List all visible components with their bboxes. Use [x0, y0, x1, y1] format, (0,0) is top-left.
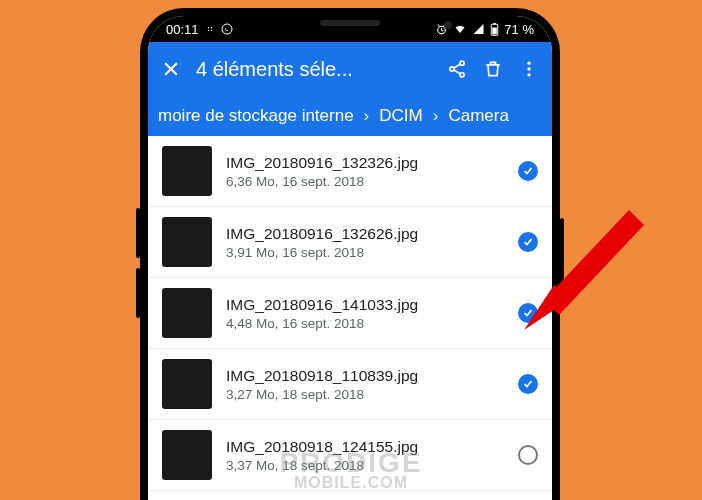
file-meta: 4,48 Mo, 16 sept. 2018 — [226, 316, 504, 331]
checkmark-icon[interactable] — [518, 161, 538, 181]
wifi-icon — [453, 23, 467, 35]
file-meta: 3,91 Mo, 16 sept. 2018 — [226, 245, 504, 260]
file-thumbnail — [162, 288, 212, 338]
file-name: IMG_20180918_124155.jpg — [226, 438, 504, 456]
svg-rect-4 — [493, 27, 498, 34]
file-info: IMG_20180916_141033.jpg4,48 Mo, 16 sept.… — [226, 296, 504, 331]
file-name: IMG_20180916_132626.jpg — [226, 225, 504, 243]
phone-frame: 00:11 — [140, 8, 560, 500]
file-meta: 3,27 Mo, 18 sept. 2018 — [226, 387, 504, 402]
svg-point-9 — [527, 67, 530, 70]
file-thumbnail — [162, 217, 212, 267]
checkmark-icon[interactable] — [518, 303, 538, 323]
file-name: IMG_20180918_110839.jpg — [226, 367, 504, 385]
screen: 00:11 — [148, 16, 552, 500]
file-info: IMG_20180918_110839.jpg3,27 Mo, 18 sept.… — [226, 367, 504, 402]
breadcrumb-segment[interactable]: Camera — [448, 106, 508, 126]
status-bar: 00:11 — [148, 16, 552, 42]
file-row[interactable]: IMG_20180916_132326.jpg6,36 Mo, 16 sept.… — [148, 136, 552, 207]
share-icon[interactable] — [446, 58, 468, 80]
file-list[interactable]: IMG_20180916_132326.jpg6,36 Mo, 16 sept.… — [148, 136, 552, 500]
close-icon[interactable] — [160, 58, 182, 80]
file-info: IMG_20180916_132626.jpg3,91 Mo, 16 sept.… — [226, 225, 504, 260]
selection-title: 4 éléments séle... — [196, 58, 432, 81]
file-name: IMG_20180916_141033.jpg — [226, 296, 504, 314]
file-meta: 6,36 Mo, 16 sept. 2018 — [226, 174, 504, 189]
file-thumbnail — [162, 146, 212, 196]
file-info: IMG_20180916_132326.jpg6,36 Mo, 16 sept.… — [226, 154, 504, 189]
status-battery-pct: 71 % — [504, 22, 534, 37]
file-info: IMG_20180918_124155.jpg3,37 Mo, 18 sept.… — [226, 438, 504, 473]
file-row[interactable]: IMG_20180916_141033.jpg4,48 Mo, 16 sept.… — [148, 278, 552, 349]
delete-icon[interactable] — [482, 58, 504, 80]
file-row[interactable]: IMG_20180916_132626.jpg3,91 Mo, 16 sept.… — [148, 207, 552, 278]
signal-icon — [472, 23, 485, 35]
file-name: IMG_20180916_132326.jpg — [226, 154, 504, 172]
file-row[interactable]: IMG_20180918_110839.jpg3,27 Mo, 18 sept.… — [148, 349, 552, 420]
whatsapp-icon — [221, 23, 233, 35]
chevron-right-icon: › — [364, 106, 370, 126]
breadcrumb[interactable]: moire de stockage interne › DCIM › Camer… — [148, 96, 552, 136]
svg-rect-3 — [494, 23, 497, 24]
svg-point-8 — [527, 62, 530, 65]
battery-icon — [490, 23, 499, 36]
checkmark-icon[interactable] — [518, 232, 538, 252]
network-icon — [205, 24, 215, 34]
breadcrumb-segment[interactable]: DCIM — [379, 106, 422, 126]
breadcrumb-segment[interactable]: moire de stockage interne — [158, 106, 354, 126]
more-icon[interactable] — [518, 58, 540, 80]
svg-point-0 — [222, 24, 232, 34]
svg-point-10 — [527, 73, 530, 76]
chevron-right-icon: › — [433, 106, 439, 126]
file-thumbnail — [162, 359, 212, 409]
file-meta: 3,37 Mo, 18 sept. 2018 — [226, 458, 504, 473]
checkbox-unselected[interactable] — [518, 445, 538, 465]
status-time: 00:11 — [166, 22, 199, 37]
checkmark-icon[interactable] — [518, 374, 538, 394]
file-thumbnail — [162, 430, 212, 480]
file-row[interactable]: IMG_20180918_124155.jpg3,37 Mo, 18 sept.… — [148, 420, 552, 491]
app-bar: 4 éléments séle... — [148, 42, 552, 96]
